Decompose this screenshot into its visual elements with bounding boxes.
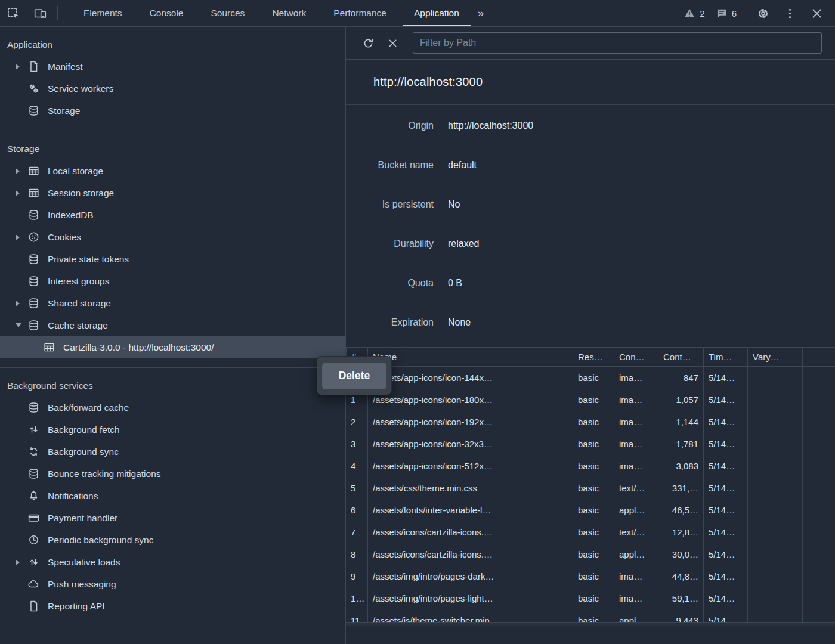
cell-content-length: 44,8…	[658, 565, 703, 587]
clear-filter-button[interactable]	[381, 38, 404, 49]
sidebar-item[interactable]: Private state tokens	[0, 248, 345, 270]
expand-arrow[interactable]	[16, 168, 27, 174]
filter-by-path-input[interactable]	[413, 32, 822, 54]
sidebar-item[interactable]: Cartzilla-3.0.0 - http://localhost:3000/	[0, 336, 345, 358]
context-menu-delete[interactable]: Delete	[322, 363, 386, 389]
column-header[interactable]: Vary…	[747, 348, 802, 366]
sidebar-item[interactable]: Service workers	[0, 78, 345, 100]
metadata-label: Is persistent	[346, 199, 434, 210]
table-row[interactable]: 11 /assets/js/theme-switcher.min… basic …	[346, 609, 835, 622]
sidebar-item[interactable]: Storage	[0, 100, 345, 122]
sidebar-item[interactable]: Periodic background sync	[0, 529, 345, 551]
sidebar-item-label: IndexedDB	[48, 210, 94, 221]
metadata-value: http://localhost:3000	[448, 120, 533, 131]
column-header[interactable]: Con…	[614, 348, 658, 366]
sidebar-item[interactable]: Background sync	[0, 441, 345, 463]
cell-time-cached: 5/14…	[703, 521, 747, 543]
sidebar-item[interactable]: Notifications	[0, 485, 345, 507]
cell-filler	[802, 455, 835, 477]
table-row[interactable]: 2 /assets/app-icons/icon-192x… basic ima…	[346, 411, 835, 433]
cell-content-length: 1,057	[658, 389, 703, 411]
cell-index: 8	[346, 543, 367, 565]
sidebar-item[interactable]: Push messaging	[0, 573, 345, 595]
cell-content-length: 12,8…	[658, 521, 703, 543]
expand-arrow[interactable]	[16, 190, 27, 196]
horizontal-scrollbar[interactable]	[346, 622, 835, 626]
cell-time-cached: 5/14…	[703, 543, 747, 565]
sidebar-item[interactable]: Shared storage	[0, 292, 345, 314]
cell-filler	[802, 389, 835, 411]
panel-tab[interactable]: Elements	[70, 0, 136, 26]
table-row[interactable]: 5 /assets/css/theme.min.css basic text/……	[346, 477, 835, 499]
close-devtools-button[interactable]	[803, 7, 830, 20]
warnings-button[interactable]: 2	[678, 7, 710, 19]
column-header[interactable]	[802, 348, 835, 366]
table-row[interactable]: 9 /assets/img/intro/pages-dark… basic im…	[346, 565, 835, 587]
column-header[interactable]: Name	[367, 348, 573, 366]
cell-content-length: 59,1…	[658, 587, 703, 609]
sidebar-item[interactable]: Bounce tracking mitigations	[0, 463, 345, 485]
sidebar-item[interactable]: Cache storage	[0, 314, 345, 336]
expand-arrow[interactable]	[16, 234, 27, 240]
panel-tab[interactable]: Sources	[197, 0, 259, 26]
panel-tab[interactable]: Console	[136, 0, 197, 26]
table-row[interactable]: 0 /assets/app-icons/icon-144x… basic ima…	[346, 367, 835, 389]
table-row[interactable]: 4 /assets/app-icons/icon-512x… basic ima…	[346, 455, 835, 477]
table-row[interactable]: 3 /assets/app-icons/icon-32x3… basic ima…	[346, 433, 835, 455]
panel-tab[interactable]: Performance	[320, 0, 400, 26]
kebab-menu-icon	[783, 7, 797, 20]
cell-index: 4	[346, 455, 367, 477]
sidebar-item[interactable]: Payment handler	[0, 507, 345, 529]
table-row[interactable]: 1 /assets/app-icons/icon-180x… basic ima…	[346, 389, 835, 411]
warning-count: 2	[700, 8, 704, 18]
column-header[interactable]: Cont…	[658, 348, 703, 366]
cell-vary-header	[747, 609, 802, 622]
table-row[interactable]: 1… /assets/img/intro/pages-light… basic …	[346, 587, 835, 609]
expand-arrow[interactable]	[16, 64, 27, 70]
message-count: 6	[732, 8, 737, 18]
expand-arrow[interactable]	[16, 301, 27, 306]
expand-arrow[interactable]	[16, 323, 27, 327]
sidebar-item[interactable]: Interest groups	[0, 270, 345, 292]
metadata-value: 0 B	[448, 278, 462, 289]
cell-index: 6	[346, 499, 367, 521]
cell-index: 7	[346, 521, 367, 543]
cell-name: /assets/img/intro/pages-dark…	[367, 565, 573, 587]
sidebar-item[interactable]: Background fetch	[0, 419, 345, 441]
sidebar-item[interactable]: Manifest	[0, 55, 345, 78]
metadata-field: Is persistent No	[346, 185, 835, 224]
cell-time-cached: 5/14…	[703, 587, 747, 609]
cell-content-type: ima…	[614, 389, 658, 411]
sidebar-item[interactable]: Cookies	[0, 226, 345, 248]
sidebar-item[interactable]: IndexedDB	[0, 204, 345, 226]
column-header[interactable]: Tim…	[703, 348, 747, 366]
cell-content-type: ima…	[614, 587, 658, 609]
expand-arrow[interactable]	[16, 559, 27, 565]
settings-button[interactable]	[750, 7, 777, 20]
inspect-element-button[interactable]	[0, 0, 27, 26]
panel-tab-label: Sources	[211, 8, 245, 18]
panel-tab-label: Console	[150, 8, 184, 18]
refresh-button[interactable]	[355, 36, 381, 50]
sidebar-item-label: Background sync	[48, 447, 119, 457]
sidebar-item[interactable]: Session storage	[0, 182, 345, 204]
sidebar-item[interactable]: Reporting API	[0, 595, 345, 617]
close-icon	[810, 7, 824, 20]
toolbar-right-cluster: 2 6	[678, 0, 835, 26]
sidebar-item[interactable]: Speculative loads	[0, 551, 345, 573]
table-row[interactable]: 6 /assets/fonts/inter-variable-l… basic …	[346, 499, 835, 521]
table-row[interactable]: 7 /assets/icons/cartzilla-icons.… basic …	[346, 521, 835, 543]
panel-tab[interactable]: Network	[258, 0, 320, 26]
devtools-menu-button[interactable]	[777, 7, 803, 20]
panel-tab[interactable]: Application	[400, 0, 473, 26]
device-toolbar-button[interactable]	[27, 0, 54, 26]
cell-filler	[802, 367, 835, 389]
column-header[interactable]: Res…	[573, 348, 614, 366]
metadata-value: None	[448, 317, 471, 328]
more-tabs-button[interactable]: »	[473, 0, 489, 26]
console-messages-button[interactable]: 6	[710, 7, 742, 19]
sidebar-item[interactable]: Local storage	[0, 160, 345, 182]
sidebar-item[interactable]: Back/forward cache	[0, 397, 345, 419]
table-row[interactable]: 8 /assets/icons/cartzilla-icons.… basic …	[346, 543, 835, 565]
cell-content-type: text/…	[614, 521, 658, 543]
